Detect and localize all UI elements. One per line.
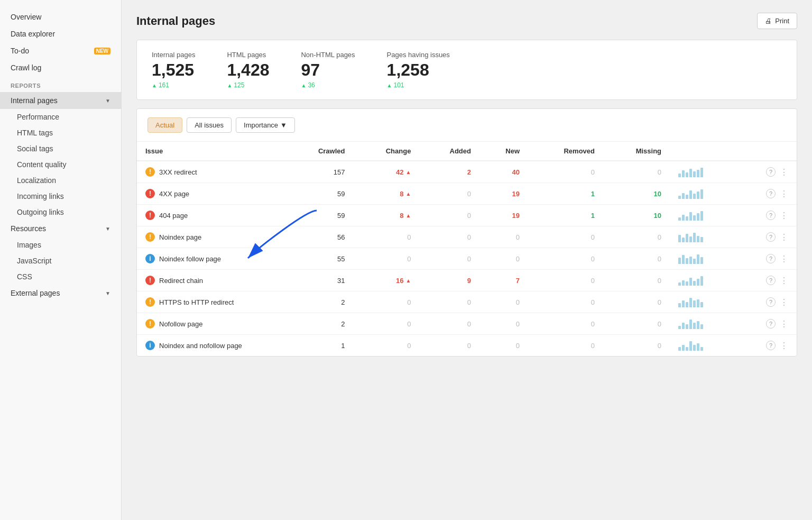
sidebar-item-html-tags[interactable]: HTML tags bbox=[0, 125, 121, 141]
added-value: 0 bbox=[419, 291, 479, 313]
sidebar-item-internal-pages[interactable]: Internal pages▼ bbox=[0, 92, 121, 109]
stat-change-value: 125 bbox=[234, 81, 244, 89]
help-icon[interactable]: ? bbox=[766, 232, 776, 242]
help-icon[interactable]: ? bbox=[766, 254, 776, 263]
sidebar-item-label: Content quality bbox=[17, 160, 66, 169]
sidebar-item-javascript[interactable]: JavaScript bbox=[0, 253, 121, 269]
more-options-icon[interactable]: ⋮ bbox=[780, 232, 788, 242]
info-icon: i bbox=[145, 341, 155, 350]
help-icon[interactable]: ? bbox=[766, 189, 776, 198]
warning-icon: ! bbox=[145, 232, 155, 242]
issue-cell-https-to-http[interactable]: ! HTTPS to HTTP redirect bbox=[137, 291, 285, 313]
bar-column bbox=[686, 234, 688, 242]
bar-column bbox=[678, 217, 681, 221]
bar-column bbox=[686, 281, 688, 286]
bar-chart bbox=[678, 232, 727, 242]
added-value: 9 bbox=[419, 270, 479, 291]
more-options-icon[interactable]: ⋮ bbox=[780, 319, 788, 329]
more-options-icon[interactable]: ⋮ bbox=[780, 189, 788, 199]
bar-column bbox=[678, 303, 681, 307]
issue-cell-noindex-nofollow[interactable]: i Noindex and nofollow page bbox=[137, 335, 285, 357]
print-icon: 🖨 bbox=[765, 17, 772, 25]
bar-column bbox=[686, 216, 688, 221]
tab-all-issues[interactable]: All issues bbox=[187, 117, 232, 133]
stat-label: Non-HTML pages bbox=[301, 51, 355, 59]
sidebar-item-localization[interactable]: Localization bbox=[0, 172, 121, 188]
sidebar-item-social-tags[interactable]: Social tags bbox=[0, 141, 121, 157]
sidebar-item-images[interactable]: Images bbox=[0, 237, 121, 253]
issue-cell-noindex-page[interactable]: ! Noindex page bbox=[137, 226, 285, 248]
sidebar-item-label: Social tags bbox=[17, 144, 53, 153]
sidebar-item-performance[interactable]: Performance bbox=[0, 109, 121, 125]
bar-column bbox=[678, 196, 681, 199]
sidebar-item-label: Incoming links bbox=[17, 192, 64, 200]
sidebar-item-outgoing-links[interactable]: Outgoing links bbox=[0, 204, 121, 220]
print-label: Print bbox=[775, 17, 789, 25]
more-options-icon[interactable]: ⋮ bbox=[780, 341, 788, 351]
sidebar-item-data-explorer[interactable]: Data explorer bbox=[0, 25, 121, 42]
sidebar-item-label: HTML tags bbox=[17, 129, 53, 137]
bar-column bbox=[700, 302, 703, 307]
help-icon[interactable]: ? bbox=[766, 276, 776, 285]
table-row: i Noindex and nofollow page 100000 ? ⋮ bbox=[137, 335, 797, 357]
table-row: i Noindex follow page 5500000 ? ⋮ bbox=[137, 248, 797, 270]
missing-value: 0 bbox=[603, 291, 670, 313]
help-icon[interactable]: ? bbox=[766, 167, 776, 177]
bar-column bbox=[689, 278, 692, 286]
stat-change: ▲ 161 bbox=[152, 81, 195, 89]
more-options-icon[interactable]: ⋮ bbox=[780, 211, 788, 221]
more-options-icon[interactable]: ⋮ bbox=[780, 167, 788, 177]
sidebar-item-label: External pages bbox=[11, 289, 60, 297]
sidebar-item-label: Outgoing links bbox=[17, 208, 64, 216]
sidebar-item-overview[interactable]: Overview bbox=[0, 8, 121, 25]
bar-chart bbox=[678, 253, 727, 264]
chevron-down-icon: ▼ bbox=[280, 121, 287, 129]
more-options-icon[interactable]: ⋮ bbox=[780, 276, 788, 286]
bar-column bbox=[689, 212, 692, 221]
table-card: Actual All issues Importance ▼ IssueCraw… bbox=[136, 108, 797, 357]
issue-cell-4xx-page[interactable]: ! 4XX page bbox=[137, 183, 285, 205]
more-options-icon[interactable]: ⋮ bbox=[780, 254, 788, 264]
help-icon[interactable]: ? bbox=[766, 211, 776, 220]
bar-column bbox=[686, 195, 688, 199]
mini-chart bbox=[670, 335, 735, 357]
tab-actual[interactable]: Actual bbox=[147, 117, 182, 133]
issue-cell-noindex-follow[interactable]: i Noindex follow page bbox=[137, 248, 285, 270]
issue-cell-404-page[interactable]: ! 404 page bbox=[137, 205, 285, 226]
sidebar-item-content-quality[interactable]: Content quality bbox=[0, 157, 121, 172]
sidebar-item-label: Internal pages bbox=[11, 96, 58, 105]
page-title: Internal pages bbox=[136, 14, 215, 28]
crawled-value: 59 bbox=[285, 183, 353, 205]
bar-column bbox=[689, 320, 692, 329]
new-value: 0 bbox=[479, 226, 528, 248]
bar-chart bbox=[678, 210, 727, 221]
help-icon[interactable]: ? bbox=[766, 319, 776, 329]
sidebar-item-css[interactable]: CSS bbox=[0, 269, 121, 285]
warning-icon: ! bbox=[145, 167, 155, 177]
sidebar-item-crawl-log[interactable]: Crawl log bbox=[0, 59, 121, 76]
stat-internal-pages-stat: Internal pages 1,525 ▲ 161 bbox=[152, 51, 195, 89]
removed-value: 0 bbox=[528, 291, 603, 313]
issues-table: IssueCrawledChangeAddedNewRemovedMissing… bbox=[137, 142, 797, 356]
print-button[interactable]: 🖨 Print bbox=[757, 13, 797, 29]
table-row: ! Noindex page 5600000 ? ⋮ bbox=[137, 226, 797, 248]
removed-value: 0 bbox=[528, 161, 603, 183]
issue-cell-nofollow-page[interactable]: ! Nofollow page bbox=[137, 313, 285, 335]
sidebar-item-to-do[interactable]: To-doNEW bbox=[0, 42, 121, 59]
missing-value: 10 bbox=[603, 205, 670, 226]
bar-column bbox=[693, 323, 696, 329]
more-options-icon[interactable]: ⋮ bbox=[780, 297, 788, 307]
trend-up-icon: ▲ bbox=[301, 83, 306, 88]
issue-label: Noindex and nofollow page bbox=[159, 342, 242, 350]
bar-column bbox=[678, 282, 681, 286]
added-value: 0 bbox=[419, 335, 479, 357]
issue-cell-3xx-redirect[interactable]: ! 3XX redirect bbox=[137, 161, 285, 183]
sidebar-item-incoming-links[interactable]: Incoming links bbox=[0, 188, 121, 204]
sidebar-item-resources[interactable]: Resources▼ bbox=[0, 220, 121, 237]
sidebar-item-label: Crawl log bbox=[11, 63, 41, 72]
sidebar-item-external-pages[interactable]: External pages▼ bbox=[0, 285, 121, 302]
help-icon[interactable]: ? bbox=[766, 297, 776, 307]
issue-cell-redirect-chain[interactable]: ! Redirect chain bbox=[137, 270, 285, 291]
help-icon[interactable]: ? bbox=[766, 341, 776, 350]
importance-dropdown[interactable]: Importance ▼ bbox=[236, 117, 295, 133]
